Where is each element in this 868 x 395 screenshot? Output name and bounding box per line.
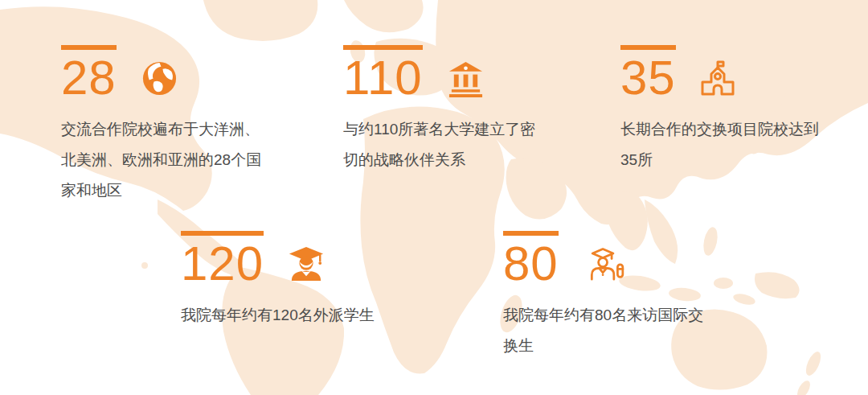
graduate-student-icon: [288, 245, 325, 282]
stat-block-partner-countries: 28 交流合作院校遍布于大洋洲、 北美洲、欧洲和亚洲的28个国 家和地区: [61, 45, 261, 206]
stat-description-line: 交流合作院校遍布于大洋洲、: [61, 114, 261, 145]
stat-description: 我院每年约有80名来访国际交 换生: [503, 300, 703, 361]
stat-block-partner-universities: 110 与约110所著名大学建立了密 切的战略伙伴关系: [343, 45, 535, 175]
stat-description-line: 我院每年约有80名来访国际交: [503, 300, 703, 331]
stat-description-line: 长期合作的交换项目院校达到: [620, 114, 819, 145]
stat-value: 35: [620, 45, 676, 103]
stat-value: 120: [181, 231, 264, 289]
stat-value: 28: [61, 45, 117, 103]
school-icon: [700, 60, 737, 97]
globe-icon: [141, 60, 178, 97]
stat-description-line: 35所: [620, 145, 819, 175]
stat-description: 与约110所著名大学建立了密 切的战略伙伴关系: [343, 114, 535, 175]
stat-description: 交流合作院校遍布于大洋洲、 北美洲、欧洲和亚洲的28个国 家和地区: [61, 114, 261, 206]
stat-value: 110: [343, 45, 423, 103]
stat-description-line: 北美洲、欧洲和亚洲的28个国: [61, 145, 261, 175]
stat-value: 80: [503, 231, 559, 289]
stat-description-line: 换生: [503, 331, 703, 361]
stat-description-line: 切的战略伙伴关系: [343, 145, 535, 175]
stat-description: 我院每年约有120名外派学生: [181, 300, 375, 331]
stat-description-line: 家和地区: [61, 175, 261, 206]
exchange-student-icon: [583, 245, 624, 281]
stat-block-outbound-students: 120 我院每年约有120名外派学生: [181, 231, 375, 331]
stat-description-line: 与约110所著名大学建立了密: [343, 114, 535, 145]
stat-description: 长期合作的交换项目院校达到 35所: [620, 114, 819, 175]
stat-block-inbound-exchange-students: 80 我院每年约有80名来访国际交 换生: [503, 231, 703, 361]
bank-icon: [447, 60, 485, 97]
stat-description-line: 我院每年约有120名外派学生: [181, 300, 375, 331]
international-exchange-infographic: 28 交流合作院校遍布于大洋洲、 北美洲、欧洲和亚洲的28个国 家和地区 110: [0, 0, 868, 395]
stat-block-exchange-program-schools: 35 长期合作的交换项目院校达到 35所: [620, 45, 819, 175]
